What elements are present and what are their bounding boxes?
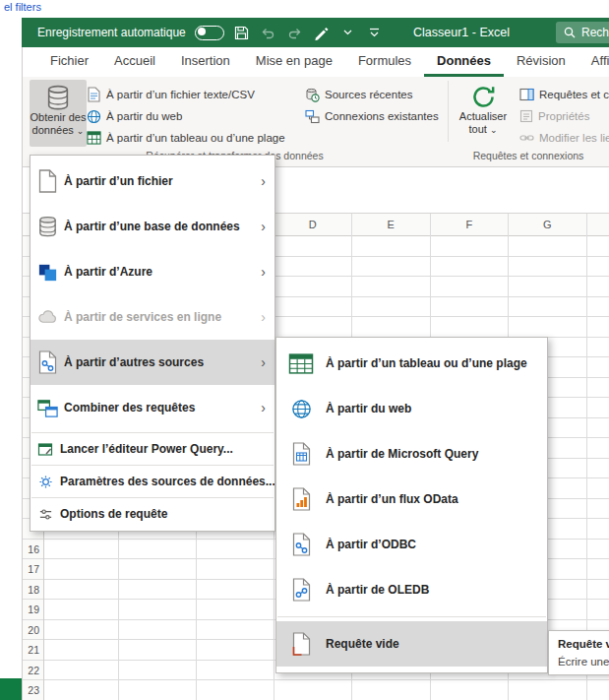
submenu-item-from-odata-feed[interactable]: À partir d’un flux OData: [276, 477, 547, 522]
tooltip-body: Écrire une requête: [558, 656, 609, 668]
globe-icon: [87, 109, 101, 124]
menu-item-from-online-services: À partir de services en ligne ›: [30, 294, 274, 340]
row-header-16[interactable]: 16: [22, 540, 39, 560]
database-icon: [44, 84, 72, 111]
submenu-item-from-table-range[interactable]: À partir d’un tableau ou d’une plage: [276, 341, 547, 386]
draw-pen-icon[interactable]: [313, 24, 331, 41]
edit-links-button: Modifier les liens: [519, 128, 609, 148]
background-window-text-fragment: el filters: [4, 1, 41, 13]
column-header-d[interactable]: D: [274, 214, 352, 236]
settings-gear-icon: [30, 475, 60, 489]
menu-item-from-azure[interactable]: À partir d’Azure ›: [30, 249, 274, 294]
query-options-icon: [30, 507, 60, 522]
database-icon: [30, 215, 64, 238]
menu-item-query-options[interactable]: Options de requête: [30, 500, 274, 528]
text-file-icon: [87, 87, 101, 102]
title-bar: Enregistrement automatique Classeur1 - E…: [22, 18, 609, 47]
submenu-item-from-odbc[interactable]: À partir d’ODBC: [276, 522, 547, 567]
undo-icon: [260, 24, 277, 41]
recent-sources-button[interactable]: Sources récentes: [305, 85, 413, 104]
menu-item-label: À partir d’autres sources: [64, 355, 261, 369]
menu-item-launch-power-query-editor[interactable]: Lancer l’éditeur Power Query...: [30, 435, 274, 463]
submenu-item-blank-query[interactable]: Requête vide: [276, 621, 547, 667]
menu-separator: [31, 432, 274, 433]
blank-query-tooltip: Requête vide Écrire une requête: [548, 630, 609, 675]
refresh-all-button[interactable]: Actualiser tout ⌄: [455, 80, 512, 147]
refresh-label-line1: Actualiser: [459, 110, 507, 123]
column-header-e[interactable]: E: [352, 214, 431, 236]
row-header-17[interactable]: 17: [22, 559, 39, 580]
redo-icon: [286, 24, 304, 41]
microsoft-query-icon: [276, 442, 326, 466]
menu-item-data-source-settings[interactable]: Paramètres des sources de données...: [30, 468, 274, 495]
autosave-toggle[interactable]: [195, 26, 224, 40]
get-data-menu: À partir d’un fichier › À partir d’une b…: [30, 155, 275, 532]
from-text-csv-label: À partir d’un fichier texte/CSV: [106, 89, 255, 100]
customize-quick-access-icon[interactable]: [366, 24, 384, 41]
odata-feed-icon: [276, 487, 326, 511]
properties-label: Propriétés: [538, 110, 589, 122]
menu-item-label: À partir d’Azure: [64, 265, 261, 279]
submenu-item-label: À partir d’un flux OData: [326, 492, 547, 506]
queries-panel-icon: [519, 88, 534, 101]
submenu-item-label: Requête vide: [326, 637, 547, 651]
menu-separator: [31, 465, 274, 466]
from-web-label: À partir du web: [106, 110, 182, 122]
menu-item-combine-queries[interactable]: Combiner des requêtes ›: [30, 385, 274, 430]
dropdown-arrow-icon: ⌄: [77, 126, 85, 136]
table-range-icon: [276, 352, 326, 375]
edit-links-label: Modifier les liens: [539, 132, 609, 144]
from-table-range-label: À partir d’un tableau ou d’une plage: [106, 132, 285, 144]
other-sources-submenu: À partir d’un tableau ou d’une plage À p…: [275, 337, 548, 673]
azure-icon: [30, 261, 64, 284]
pen-dropdown-arrow-icon[interactable]: [339, 24, 357, 41]
row-header-21[interactable]: 21: [22, 640, 39, 661]
menu-item-label: Paramètres des sources de données...: [60, 475, 274, 488]
queries-connections-button[interactable]: Requêtes et connexions: [519, 85, 609, 104]
background-window-green-fragment: [0, 678, 22, 700]
menu-item-label: À partir d’une base de données: [64, 220, 261, 233]
submenu-item-from-oledb[interactable]: À partir de OLEDB: [276, 567, 547, 612]
menu-item-from-other-sources[interactable]: À partir d’autres sources ›: [30, 340, 274, 385]
window-title: Classeur1 - Excel: [413, 18, 510, 47]
tab-affichage[interactable]: Affichage: [579, 47, 609, 77]
row-header-20[interactable]: 20: [22, 620, 39, 641]
search-box[interactable]: Recherche: [556, 22, 609, 43]
power-query-editor-icon: [30, 441, 60, 457]
column-header-f[interactable]: F: [430, 214, 509, 236]
refresh-label-line2: tout: [469, 123, 487, 135]
tab-accueil[interactable]: Accueil: [101, 47, 168, 77]
row-header-19[interactable]: 19: [22, 600, 39, 620]
recent-sources-label: Sources récentes: [325, 89, 413, 100]
submenu-arrow-icon: ›: [261, 400, 274, 415]
submenu-item-label: À partir de OLEDB: [326, 583, 547, 597]
tab-insertion[interactable]: Insertion: [168, 47, 243, 77]
properties-button: Propriétés: [519, 106, 589, 126]
row-header-22[interactable]: 22: [22, 661, 39, 681]
menu-item-from-file[interactable]: À partir d’un fichier ›: [30, 159, 274, 204]
queries-connections-label: Requêtes et connexions: [539, 89, 609, 100]
tab-mise-en-page[interactable]: Mise en page: [243, 47, 345, 77]
tab-revision[interactable]: Révision: [504, 47, 579, 77]
menu-item-label: À partir de services en ligne: [64, 310, 261, 324]
get-data-label-line1: Obtenir des: [30, 111, 87, 124]
from-table-range-button[interactable]: À partir d’un tableau ou d’une plage: [87, 128, 285, 148]
file-icon: [30, 169, 64, 193]
from-text-csv-button[interactable]: À partir d’un fichier texte/CSV: [87, 85, 255, 104]
save-icon[interactable]: [233, 24, 251, 41]
get-data-button[interactable]: Obtenir des données ⌄: [30, 80, 87, 147]
tab-formules[interactable]: Formules: [345, 47, 424, 77]
submenu-item-from-web[interactable]: À partir du web: [276, 386, 547, 431]
tab-fichier[interactable]: Fichier: [37, 47, 101, 77]
row-header-18[interactable]: 18: [22, 580, 39, 601]
menu-item-from-database[interactable]: À partir d’une base de données ›: [30, 204, 274, 249]
column-header-g[interactable]: G: [509, 214, 587, 236]
tab-donnees[interactable]: Données: [424, 47, 504, 77]
from-web-button[interactable]: À partir du web: [87, 106, 182, 126]
online-services-icon: [30, 306, 64, 329]
menu-separator: [31, 497, 274, 498]
row-header-23[interactable]: 23: [22, 680, 39, 700]
existing-connections-button[interactable]: Connexions existantes: [305, 106, 439, 126]
submenu-arrow-icon: ›: [261, 219, 274, 234]
submenu-item-from-microsoft-query[interactable]: À partir de Microsoft Query: [276, 431, 547, 477]
